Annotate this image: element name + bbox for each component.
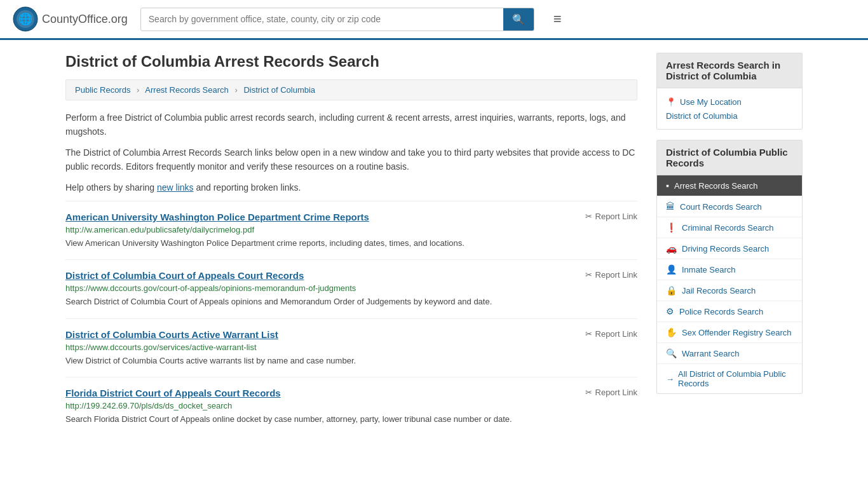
result-desc-1: View American University Washington Poli… xyxy=(65,237,637,250)
warrant-search-link[interactable]: 🔍 Warrant Search xyxy=(657,343,802,363)
menu-button[interactable]: ≡ xyxy=(553,11,562,27)
jail-records-link[interactable]: 🔒 Jail Records Search xyxy=(657,280,802,301)
arrow-right-icon: → xyxy=(666,374,674,384)
criminal-records-link[interactable]: ❗ Criminal Records Search xyxy=(657,217,802,238)
report-link-4[interactable]: ✂ Report Link xyxy=(585,388,637,397)
court-icon: 🏛 xyxy=(666,201,675,212)
arrest-records-link[interactable]: ▪ Arrest Records Search xyxy=(657,175,802,196)
result-url-4[interactable]: http://199.242.69.70/pls/ds/ds_docket_se… xyxy=(65,401,637,410)
breadcrumb-arrest-records[interactable]: Arrest Records Search xyxy=(145,85,229,95)
description-3: Help others by sharing new links and rep… xyxy=(65,180,637,194)
search-input[interactable] xyxy=(141,9,503,29)
report-icon-3: ✂ xyxy=(585,329,592,339)
breadcrumb-sep-2: › xyxy=(234,85,237,95)
main-container: District of Columbia Arrest Records Sear… xyxy=(53,40,815,449)
inmate-icon: 👤 xyxy=(666,264,677,274)
header: 🌐 CountyOffice.org 🔍 ≡ xyxy=(0,0,868,40)
result-title-3[interactable]: District of Columbia Courts Active Warra… xyxy=(65,329,278,340)
breadcrumb-sep-1: › xyxy=(137,85,139,95)
page-title: District of Columbia Arrest Records Sear… xyxy=(65,53,637,71)
sidebar-item-criminal[interactable]: ❗ Criminal Records Search xyxy=(657,217,802,238)
report-link-3[interactable]: ✂ Report Link xyxy=(585,329,637,339)
sidebar-top-box: Arrest Records Search in District of Col… xyxy=(656,53,803,130)
result-item-1: American University Washington Police De… xyxy=(65,201,637,260)
breadcrumb-dc[interactable]: District of Columbia xyxy=(243,85,315,95)
sex-offender-icon: ✋ xyxy=(666,327,677,337)
logo-text: CountyOffice.org xyxy=(42,13,128,26)
sidebar-item-sex-offender[interactable]: ✋ Sex Offender Registry Search xyxy=(657,322,802,343)
warrant-icon: 🔍 xyxy=(666,348,677,358)
sidebar-item-arrest[interactable]: ▪ Arrest Records Search xyxy=(657,175,802,196)
sidebar-top-title: Arrest Records Search in District of Col… xyxy=(657,53,802,88)
logo-icon: 🌐 xyxy=(13,6,38,32)
inmate-search-link[interactable]: 👤 Inmate Search xyxy=(657,259,802,280)
result-desc-3: View District of Columbia Courts active … xyxy=(65,355,637,367)
result-item-3: District of Columbia Courts Active Warra… xyxy=(65,318,637,377)
court-records-link[interactable]: 🏛 Court Records Search xyxy=(657,196,802,217)
report-icon-4: ✂ xyxy=(585,388,592,397)
result-url-1[interactable]: http://w.american.edu/publicsafety/daily… xyxy=(65,225,637,234)
use-location-link[interactable]: 📍 Use My Location xyxy=(666,95,793,109)
jail-icon: 🔒 xyxy=(666,285,677,295)
sidebar-item-warrant[interactable]: 🔍 Warrant Search xyxy=(657,343,802,363)
description-1: Perform a free District of Columbia publ… xyxy=(65,111,637,139)
sidebar-records-list: ▪ Arrest Records Search 🏛 Court Records … xyxy=(657,175,802,363)
report-icon-2: ✂ xyxy=(585,270,592,280)
sidebar-item-driving[interactable]: 🚗 Driving Records Search xyxy=(657,238,802,259)
police-icon: ⚙ xyxy=(666,306,674,316)
sidebar: Arrest Records Search in District of Col… xyxy=(656,53,803,436)
result-title-1[interactable]: American University Washington Police De… xyxy=(65,212,369,222)
sidebar-top-content: 📍 Use My Location District of Columbia xyxy=(657,88,802,129)
result-desc-4: Search Florida District Court of Appeals… xyxy=(65,413,637,426)
sidebar-records-title: District of Columbia Public Records xyxy=(657,140,802,175)
dc-location-link[interactable]: District of Columbia xyxy=(666,109,793,123)
main-content: District of Columbia Arrest Records Sear… xyxy=(65,53,637,436)
breadcrumb-public-records[interactable]: Public Records xyxy=(75,85,130,95)
logo-link[interactable]: 🌐 CountyOffice.org xyxy=(13,6,128,32)
report-link-2[interactable]: ✂ Report Link xyxy=(585,270,637,280)
driving-icon: 🚗 xyxy=(666,243,677,254)
description-2: The District of Columbia Arrest Records … xyxy=(65,146,637,174)
driving-records-link[interactable]: 🚗 Driving Records Search xyxy=(657,238,802,259)
search-button[interactable]: 🔍 xyxy=(503,8,534,30)
result-item-4: Florida District Court of Appeals Court … xyxy=(65,377,637,436)
search-area: 🔍 xyxy=(140,8,534,31)
sidebar-item-court[interactable]: 🏛 Court Records Search xyxy=(657,196,802,217)
sidebar-item-jail[interactable]: 🔒 Jail Records Search xyxy=(657,280,802,301)
result-item-2: District of Columbia Court of Appeals Co… xyxy=(65,259,637,318)
sidebar-item-inmate[interactable]: 👤 Inmate Search xyxy=(657,259,802,280)
svg-text:🌐: 🌐 xyxy=(18,12,33,26)
arrest-icon: ▪ xyxy=(666,180,669,191)
report-icon-1: ✂ xyxy=(585,212,592,221)
location-pin-icon: 📍 xyxy=(666,97,676,107)
result-title-2[interactable]: District of Columbia Court of Appeals Co… xyxy=(65,270,304,281)
sex-offender-link[interactable]: ✋ Sex Offender Registry Search xyxy=(657,322,802,342)
new-links-link[interactable]: new links xyxy=(157,182,194,193)
police-records-link[interactable]: ⚙ Police Records Search xyxy=(657,301,802,322)
result-url-3[interactable]: https://www.dccourts.gov/services/active… xyxy=(65,342,637,352)
sidebar-item-police[interactable]: ⚙ Police Records Search xyxy=(657,301,802,322)
breadcrumb: Public Records › Arrest Records Search ›… xyxy=(65,79,637,100)
sidebar-records-box: District of Columbia Public Records ▪ Ar… xyxy=(656,140,803,394)
result-desc-2: Search District of Columbia Court of App… xyxy=(65,295,637,308)
report-link-1[interactable]: ✂ Report Link xyxy=(585,212,637,221)
criminal-icon: ❗ xyxy=(666,222,677,233)
result-title-4[interactable]: Florida District Court of Appeals Court … xyxy=(65,388,281,398)
result-url-2[interactable]: https://www.dccourts.gov/court-of-appeal… xyxy=(65,283,637,293)
all-records-link[interactable]: → All District of Columbia Public Record… xyxy=(657,363,802,393)
